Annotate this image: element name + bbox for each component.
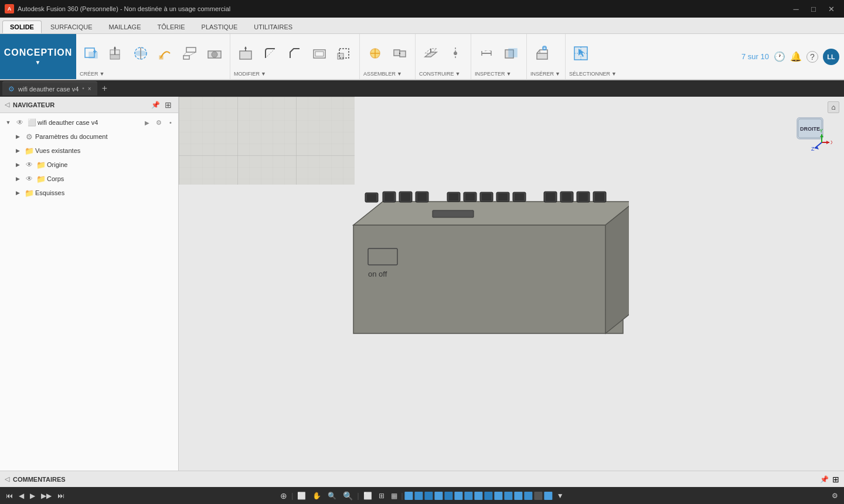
timeline-btn6[interactable] [455, 492, 463, 500]
timeline-btn11[interactable] [505, 492, 513, 500]
tab-tolerie[interactable]: TÔLERIE [150, 21, 193, 33]
timeline-btn7[interactable] [465, 492, 473, 500]
tree-item-root[interactable]: ▼ 👁 ⬜ wifi deauther case v4 ▶ ⚙ • [0, 115, 178, 130]
view-fit[interactable]: ⬜ [295, 492, 308, 500]
timeline-btn15[interactable] [544, 492, 553, 500]
timeline-btn14[interactable] [535, 492, 543, 500]
timeline-menu[interactable]: ▼ [554, 492, 566, 500]
inspecter-arrow[interactable]: ▼ [505, 71, 513, 77]
extrude-btn[interactable] [104, 39, 128, 67]
tree-expand-root[interactable]: ▼ [2, 120, 14, 125]
timeline-btn4[interactable] [435, 492, 443, 500]
playback-next[interactable]: ▶▶ [39, 492, 54, 500]
timeline-btn2[interactable] [415, 492, 423, 500]
construire-arrow[interactable]: ▼ [454, 71, 462, 77]
tab-solide[interactable]: SOLIDE [2, 21, 42, 33]
navigator-expand-icon[interactable]: ⊞ [163, 100, 173, 110]
tree-expand-origine[interactable]: ▶ [12, 162, 23, 168]
timeline-btn[interactable] [405, 492, 413, 500]
view-display1[interactable]: ⬜ [361, 492, 375, 500]
push-pull-btn[interactable] [234, 39, 257, 67]
tree-expand-esquisses[interactable]: ▶ [12, 190, 23, 196]
tree-action-play[interactable]: ▶ [142, 117, 152, 128]
close-button[interactable]: ✕ [823, 3, 839, 15]
joint-btn[interactable] [363, 39, 387, 67]
view-zoom-fit[interactable]: 🔍 [341, 491, 355, 500]
user-avatar[interactable]: LL [823, 49, 839, 65]
measure-btn[interactable]: ←→ [475, 39, 498, 67]
timeline-btn9[interactable] [485, 492, 493, 500]
comments-back-icon[interactable]: ◁ [5, 475, 9, 483]
tree-action-dot[interactable]: • [165, 117, 176, 128]
notification-icon[interactable]: 🔔 [790, 51, 802, 62]
assembler-arrow[interactable]: ▼ [396, 71, 403, 77]
add-tab-button[interactable]: + [97, 83, 112, 94]
tree-item-corps[interactable]: ▶ 👁 📁 Corps [0, 172, 178, 186]
navigator-back-icon[interactable]: ◁ [5, 101, 9, 108]
timeline-btn8[interactable] [475, 492, 483, 500]
view-display2[interactable]: ⊞ [376, 492, 387, 500]
tree-expand-params[interactable]: ▶ [12, 134, 23, 139]
chamfer-btn[interactable] [283, 39, 307, 67]
tab-utilitaires[interactable]: UTILITAIRES [246, 21, 300, 33]
selectionner-arrow[interactable]: ▼ [610, 71, 618, 77]
tab-plastique[interactable]: PLASTIQUE [194, 21, 246, 33]
playback-prev[interactable]: ◀ [16, 492, 26, 500]
offset-plane-btn[interactable] [419, 39, 443, 67]
loft-btn[interactable] [178, 39, 202, 67]
timeline-btn12[interactable] [515, 492, 523, 500]
view-zoom-in[interactable]: 🔍 [325, 492, 339, 500]
comments-pin-icon[interactable]: 📌 [820, 475, 829, 483]
tree-eye-origine[interactable]: 👁 [23, 161, 35, 169]
tree-eye-root[interactable]: 👁 [14, 118, 26, 127]
insert-mesh-btn[interactable]: + [530, 39, 554, 67]
clock-icon[interactable]: 🕐 [774, 51, 785, 62]
playback-last[interactable]: ⏭ [55, 492, 67, 500]
fillet-btn[interactable] [258, 39, 282, 67]
rigid-group-btn[interactable] [388, 39, 411, 67]
creer-arrow[interactable]: ▼ [98, 71, 106, 77]
revolve-btn[interactable] [129, 39, 152, 67]
timeline-btn13[interactable] [525, 492, 533, 500]
timeline-btn5[interactable] [445, 492, 453, 500]
navigator-tree: ▼ 👁 ⬜ wifi deauther case v4 ▶ ⚙ • ▶ ⚙ Pa… [0, 113, 178, 471]
home-view-button[interactable]: ⌂ [828, 101, 839, 113]
tree-expand-vues[interactable]: ▶ [12, 148, 23, 154]
tree-item-esquisses[interactable]: ▶ 📁 Esquisses [0, 186, 178, 200]
tree-eye-corps[interactable]: 👁 [23, 175, 35, 183]
tree-item-params[interactable]: ▶ ⚙ Paramètres du document [0, 130, 178, 144]
maximize-button[interactable]: □ [805, 3, 822, 15]
interference-btn[interactable] [499, 39, 523, 67]
viewport[interactable]: on off DROITE X Y Z [179, 97, 844, 471]
modifier-arrow[interactable]: ▼ [260, 71, 267, 77]
view-home[interactable]: ⊕ [278, 491, 290, 500]
inserer-arrow[interactable]: ▼ [554, 71, 561, 77]
doc-tab-close[interactable]: × [88, 86, 91, 92]
scale-btn[interactable] [332, 39, 356, 67]
timeline-btn10[interactable] [495, 492, 503, 500]
conception-panel[interactable]: CONCEPTION ▼ [0, 34, 76, 79]
comments-expand-icon[interactable]: ⊞ [832, 475, 839, 484]
playback-play[interactable]: ▶ [28, 492, 38, 500]
hole-btn[interactable] [203, 39, 226, 67]
shell-btn[interactable] [308, 39, 331, 67]
axis-btn[interactable] [444, 39, 467, 67]
timeline-btn3[interactable] [425, 492, 433, 500]
help-icon[interactable]: ? [806, 51, 818, 63]
tree-item-origine[interactable]: ▶ 👁 📁 Origine [0, 158, 178, 172]
tab-surfacique[interactable]: SURFACIQUE [43, 21, 100, 33]
select-btn[interactable] [569, 39, 593, 67]
navigator-pin-icon[interactable]: 📌 [150, 100, 161, 110]
view-display3[interactable]: ▦ [389, 492, 400, 500]
tree-item-vues[interactable]: ▶ 📁 Vues existantes [0, 144, 178, 158]
view-pan[interactable]: ✋ [310, 492, 324, 500]
document-tab[interactable]: ⚙ wifi deauther case v4 * × [2, 81, 97, 96]
minimize-button[interactable]: ─ [788, 3, 804, 15]
settings-icon[interactable]: ⚙ [829, 492, 840, 500]
new-component-btn[interactable] [80, 39, 103, 67]
playback-first[interactable]: ⏮ [4, 492, 15, 500]
tree-action-gear[interactable]: ⚙ [154, 117, 164, 128]
tree-expand-corps[interactable]: ▶ [12, 176, 23, 182]
tab-maillage[interactable]: MAILLAGE [101, 21, 148, 33]
sweep-btn[interactable] [154, 39, 177, 67]
